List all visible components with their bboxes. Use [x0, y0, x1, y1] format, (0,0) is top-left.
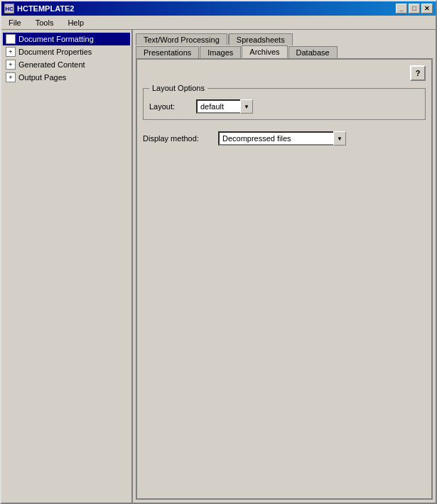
window-title: HCTEMPLATE2	[17, 4, 74, 13]
title-bar: HC HCTEMPLATE2 _ □ ✕	[1, 1, 436, 16]
help-button[interactable]: ?	[410, 65, 426, 81]
sidebar-item-doc-formatting[interactable]: + Document Formatting	[3, 33, 130, 45]
menu-tools[interactable]: Tools	[31, 17, 58, 28]
tab-archives[interactable]: Archives	[242, 45, 287, 58]
title-bar-left: HC HCTEMPLATE2	[4, 4, 74, 13]
layout-select-wrapper: default ▼	[196, 99, 253, 114]
tabs-container: Text/Word Processing Spreadsheets Presen…	[136, 33, 433, 500]
menu-bar: File Tools Help	[1, 16, 436, 30]
layout-select[interactable]: default	[196, 99, 253, 114]
main-window: HC HCTEMPLATE2 _ □ ✕ File Tools Help + D…	[0, 0, 437, 504]
sidebar-label-generated-content: Generated Content	[18, 60, 85, 69]
expander-output-pages[interactable]: +	[6, 72, 16, 82]
tab-row-2: Presentations Images Archives Database	[136, 45, 433, 58]
display-method-row: Display method: Decompressed files ▼	[143, 131, 426, 146]
tab-text-word[interactable]: Text/Word Processing	[136, 33, 227, 45]
tab-content-archives: ? Layout Options Layout: default ▼	[136, 58, 433, 500]
display-method-select-wrapper: Decompressed files ▼	[218, 131, 346, 146]
menu-file[interactable]: File	[4, 17, 26, 28]
menu-help[interactable]: Help	[63, 17, 88, 28]
tab-images[interactable]: Images	[200, 46, 241, 58]
layout-form-row: Layout: default ▼	[149, 99, 419, 114]
window-icon: HC	[4, 4, 14, 13]
sidebar-item-generated-content[interactable]: + Generated Content	[3, 58, 130, 71]
expander-doc-properties[interactable]: +	[6, 47, 16, 57]
expander-doc-formatting[interactable]: +	[6, 34, 16, 44]
title-buttons: _ □ ✕	[396, 4, 433, 13]
sidebar-label-doc-properties: Document Properties	[18, 48, 92, 56]
tab-spreadsheets[interactable]: Spreadsheets	[229, 33, 293, 45]
sidebar-label-doc-formatting: Document Formatting	[18, 35, 94, 43]
tab-content-inner: ? Layout Options Layout: default ▼	[143, 65, 426, 493]
main-content: + Document Formatting + Document Propert…	[1, 30, 436, 503]
expander-generated-content[interactable]: +	[6, 60, 16, 70]
minimize-button[interactable]: _	[396, 4, 407, 13]
display-method-select[interactable]: Decompressed files	[218, 131, 346, 146]
top-row: ?	[143, 65, 426, 81]
tab-row-1: Text/Word Processing Spreadsheets	[136, 33, 433, 45]
close-button[interactable]: ✕	[421, 4, 433, 13]
tab-database[interactable]: Database	[288, 46, 338, 58]
layout-label: Layout:	[149, 102, 192, 111]
layout-options-group: Layout Options Layout: default ▼	[143, 84, 426, 120]
right-panel: Text/Word Processing Spreadsheets Presen…	[133, 30, 436, 503]
display-method-label: Display method:	[143, 134, 214, 143]
group-legend: Layout Options	[149, 84, 207, 92]
sidebar-item-doc-properties[interactable]: + Document Properties	[3, 45, 130, 58]
sidebar-item-output-pages[interactable]: + Output Pages	[3, 71, 130, 84]
sidebar-label-output-pages: Output Pages	[18, 73, 66, 82]
tab-presentations[interactable]: Presentations	[136, 46, 199, 58]
maximize-button[interactable]: □	[409, 4, 420, 13]
sidebar: + Document Formatting + Document Propert…	[1, 30, 133, 503]
